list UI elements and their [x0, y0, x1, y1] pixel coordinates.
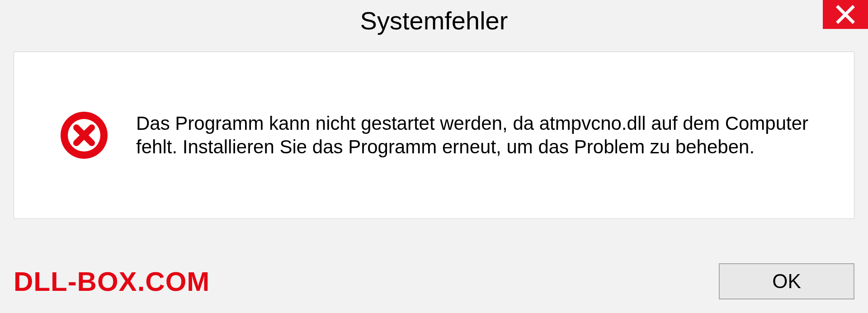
close-button[interactable]	[823, 0, 868, 29]
content-panel: Das Programm kann nicht gestartet werden…	[14, 52, 854, 219]
dialog-title: Systemfehler	[360, 6, 508, 35]
watermark-text: DLL-BOX.COM	[14, 266, 210, 297]
ok-button-label: OK	[772, 270, 801, 293]
error-icon	[59, 110, 109, 160]
footer: DLL-BOX.COM OK	[14, 263, 854, 299]
close-icon	[835, 5, 855, 24]
error-message: Das Programm kann nicht gestartet werden…	[136, 112, 827, 159]
title-bar: Systemfehler	[0, 0, 868, 41]
ok-button[interactable]: OK	[719, 263, 854, 299]
